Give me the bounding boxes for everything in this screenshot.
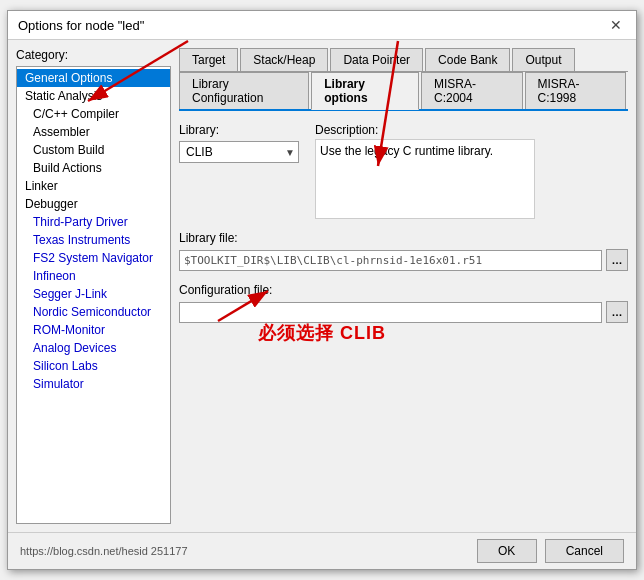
config-file-input[interactable] bbox=[179, 302, 602, 323]
tabs-row2: Library ConfigurationLibrary optionsMISR… bbox=[179, 72, 628, 111]
content-area: Library: CLIBDLIBNone ▼ Description: Li bbox=[179, 119, 628, 524]
ok-button[interactable]: OK bbox=[477, 539, 537, 563]
category-label: Category: bbox=[16, 48, 171, 62]
category-item-static-analysis[interactable]: Static Analysis bbox=[17, 87, 170, 105]
library-file-label: Library file: bbox=[179, 231, 628, 245]
main-panel: TargetStack/HeapData PointerCode BankOut… bbox=[179, 48, 628, 524]
dialog-title: Options for node "led" bbox=[18, 18, 144, 33]
tab-misra-c2004[interactable]: MISRA-C:2004 bbox=[421, 72, 523, 109]
library-select[interactable]: CLIBDLIBNone bbox=[179, 141, 299, 163]
close-button[interactable]: ✕ bbox=[606, 17, 626, 33]
tab-misra-c1998[interactable]: MISRA-C:1998 bbox=[525, 72, 627, 109]
config-file-browse-button[interactable]: … bbox=[606, 301, 628, 323]
description-textarea bbox=[315, 139, 535, 219]
config-file-label: Configuration file: bbox=[179, 283, 628, 297]
tab-output[interactable]: Output bbox=[512, 48, 574, 71]
category-item-nordic-semiconductor[interactable]: Nordic Semiconductor bbox=[17, 303, 170, 321]
library-form-row: Library: CLIBDLIBNone ▼ Description: bbox=[179, 123, 628, 219]
category-item-fs2-system-navigator[interactable]: FS2 System Navigator bbox=[17, 249, 170, 267]
library-file-input-row: … bbox=[179, 249, 628, 271]
category-item-general-options[interactable]: General Options bbox=[17, 69, 170, 87]
tab-library-options[interactable]: Library options bbox=[311, 72, 419, 110]
category-item-infineon[interactable]: Infineon bbox=[17, 267, 170, 285]
library-file-row: Library file: … bbox=[179, 231, 628, 271]
category-item-analog-devices[interactable]: Analog Devices bbox=[17, 339, 170, 357]
library-file-input[interactable] bbox=[179, 250, 602, 271]
category-item-assembler[interactable]: Assembler bbox=[17, 123, 170, 141]
category-item-linker[interactable]: Linker bbox=[17, 177, 170, 195]
category-item-simulator[interactable]: Simulator bbox=[17, 375, 170, 393]
tabs-row1: TargetStack/HeapData PointerCode BankOut… bbox=[179, 48, 628, 72]
category-item-debugger[interactable]: Debugger bbox=[17, 195, 170, 213]
dialog-body: Category: General OptionsStatic Analysis… bbox=[8, 40, 636, 532]
tab-stack-heap[interactable]: Stack/Heap bbox=[240, 48, 328, 71]
library-select-wrapper: CLIBDLIBNone ▼ bbox=[179, 141, 299, 163]
category-list: General OptionsStatic AnalysisC/C++ Comp… bbox=[16, 66, 171, 524]
category-item-third-party-driver[interactable]: Third-Party Driver bbox=[17, 213, 170, 231]
category-item-custom-build[interactable]: Custom Build bbox=[17, 141, 170, 159]
description-label: Description: bbox=[315, 123, 628, 137]
description-col: Description: bbox=[315, 123, 628, 219]
library-label: Library: bbox=[179, 123, 299, 137]
cancel-button[interactable]: Cancel bbox=[545, 539, 624, 563]
footer-status: https://blog.csdn.net/hesid 251177 bbox=[20, 539, 469, 563]
category-item-silicon-labs[interactable]: Silicon Labs bbox=[17, 357, 170, 375]
category-item-c-cpp-compiler[interactable]: C/C++ Compiler bbox=[17, 105, 170, 123]
tab-library-configuration[interactable]: Library Configuration bbox=[179, 72, 309, 109]
tab-data-pointer[interactable]: Data Pointer bbox=[330, 48, 423, 71]
tab-code-bank[interactable]: Code Bank bbox=[425, 48, 510, 71]
title-bar: Options for node "led" ✕ bbox=[8, 11, 636, 40]
category-item-segger-jlink[interactable]: Segger J-Link bbox=[17, 285, 170, 303]
config-file-row: Configuration file: … bbox=[179, 283, 628, 323]
dialog-footer: https://blog.csdn.net/hesid 251177 OK Ca… bbox=[8, 532, 636, 569]
library-file-browse-button[interactable]: … bbox=[606, 249, 628, 271]
category-panel: Category: General OptionsStatic Analysis… bbox=[16, 48, 171, 524]
category-item-rom-monitor[interactable]: ROM-Monitor bbox=[17, 321, 170, 339]
config-file-input-row: … bbox=[179, 301, 628, 323]
category-item-build-actions[interactable]: Build Actions bbox=[17, 159, 170, 177]
options-dialog: Options for node "led" ✕ Category: Gener… bbox=[7, 10, 637, 570]
library-col: Library: CLIBDLIBNone ▼ bbox=[179, 123, 299, 163]
category-item-texas-instruments[interactable]: Texas Instruments bbox=[17, 231, 170, 249]
tab-target[interactable]: Target bbox=[179, 48, 238, 71]
